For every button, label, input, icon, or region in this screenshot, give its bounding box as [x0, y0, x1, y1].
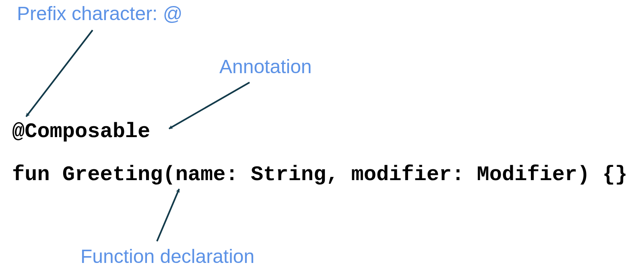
label-annotation: Annotation	[219, 56, 312, 78]
arrow-annotation	[169, 82, 250, 129]
label-prefix-character: Prefix character: @	[17, 3, 183, 25]
label-function-declaration: Function declaration	[80, 246, 254, 267]
arrow-function-declaration	[157, 189, 179, 241]
code-line-annotation: @Composable	[12, 120, 150, 144]
code-line-declaration: fun Greeting(name: String, modifier: Mod…	[12, 163, 627, 187]
diagram-stage: Prefix character: @ Annotation Function …	[0, 0, 644, 273]
arrow-prefix	[26, 30, 93, 117]
